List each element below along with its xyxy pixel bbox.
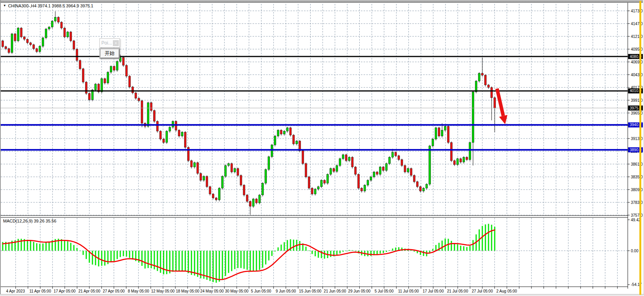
candle — [401, 160, 403, 166]
chart-canvas: 4173.04147.04121.04095.04069.04043.04017… — [0, 0, 644, 296]
candle — [392, 152, 394, 157]
candle — [435, 128, 437, 139]
candle — [73, 41, 75, 49]
svg-text:5 Jun 05:00: 5 Jun 05:00 — [251, 289, 272, 293]
svg-text:15 Jun 05:00: 15 Jun 05:00 — [299, 289, 321, 293]
candle — [352, 157, 354, 167]
candle — [438, 128, 440, 136]
candle — [287, 128, 289, 131]
candle — [123, 58, 125, 65]
svg-text:11 Jul 05:00: 11 Jul 05:00 — [398, 289, 419, 293]
candle — [219, 188, 220, 200]
svg-text:29 Jun 05:00: 29 Jun 05:00 — [348, 289, 371, 293]
candle — [256, 199, 258, 203]
candle — [358, 175, 360, 188]
candle — [45, 29, 47, 38]
candle — [135, 93, 137, 98]
candle — [485, 75, 487, 85]
svg-text:17 Apr 05:00: 17 Apr 05:00 — [54, 289, 76, 293]
candle — [42, 38, 44, 46]
candle — [67, 32, 69, 37]
candle — [107, 72, 109, 83]
candle — [243, 185, 245, 195]
candle — [290, 128, 292, 135]
candle — [336, 166, 338, 171]
candle — [274, 136, 276, 145]
candle — [215, 198, 217, 200]
candle — [166, 131, 168, 142]
candle — [308, 177, 310, 188]
candle — [147, 103, 149, 126]
candle — [237, 168, 239, 175]
date-axis: 4 Apr 202311 Apr 05:0017 Apr 05:0021 Apr… — [6, 289, 517, 293]
svg-text:24 May 05:00: 24 May 05:00 — [200, 289, 224, 293]
candle — [249, 201, 251, 206]
expert-popup: Poi... x 开始 — [99, 38, 120, 59]
svg-text:5 Jul 05:00: 5 Jul 05:00 — [375, 289, 394, 293]
candle — [79, 60, 81, 69]
candle — [48, 27, 50, 29]
candle — [194, 163, 196, 167]
candle — [33, 45, 35, 49]
candle — [175, 121, 177, 130]
candle — [150, 103, 152, 110]
candle — [30, 43, 32, 45]
svg-text:11 Apr 05:00: 11 Apr 05:00 — [29, 289, 51, 293]
candle — [389, 157, 391, 164]
svg-text:27 Apr 05:00: 27 Apr 05:00 — [103, 289, 125, 293]
svg-text:21 Jul 05:00: 21 Jul 05:00 — [447, 289, 468, 293]
candle — [20, 28, 22, 37]
candle — [160, 131, 162, 139]
svg-text:17 Jul 05:00: 17 Jul 05:00 — [423, 289, 444, 293]
candle — [126, 65, 128, 76]
candle — [339, 159, 341, 166]
candle — [327, 175, 329, 183]
candle — [36, 49, 38, 52]
candle — [457, 159, 459, 164]
candle — [104, 79, 106, 83]
candle — [429, 146, 431, 184]
candle — [259, 195, 261, 203]
svg-text:0.00: 0.00 — [631, 249, 639, 253]
candle — [200, 173, 202, 180]
candle — [466, 157, 468, 159]
candle — [376, 172, 378, 174]
candle — [321, 180, 323, 187]
candle — [417, 182, 419, 187]
start-button[interactable]: 开始 — [101, 49, 119, 58]
popup-titlebar[interactable]: Poi... x — [99, 38, 120, 48]
candle — [311, 188, 313, 194]
svg-text:30 May 05:00: 30 May 05:00 — [225, 289, 249, 293]
candle — [444, 126, 446, 130]
candle — [206, 176, 208, 187]
candle — [129, 76, 131, 87]
candle — [420, 186, 422, 191]
candle — [234, 168, 236, 172]
candle — [463, 157, 465, 162]
candle — [228, 164, 230, 166]
candle — [2, 41, 4, 46]
candle — [89, 93, 91, 100]
candle — [314, 189, 316, 194]
candle — [367, 180, 369, 185]
candle — [197, 163, 199, 173]
candle — [454, 161, 456, 164]
window-bottom-frame — [0, 294, 644, 296]
candle — [154, 111, 155, 121]
candle — [101, 79, 103, 92]
candle — [383, 167, 384, 171]
candle — [246, 195, 248, 202]
candle — [14, 34, 16, 41]
candle — [240, 175, 242, 185]
popup-title: Poi... — [101, 40, 112, 46]
candle — [169, 127, 171, 131]
candle — [472, 92, 474, 142]
candle — [491, 87, 493, 98]
close-icon[interactable]: x — [113, 40, 119, 46]
candle — [271, 145, 273, 157]
collapse-arrow-icon[interactable]: ▼ — [3, 4, 6, 7]
candle — [277, 130, 279, 136]
svg-text:2 Aug 05:00: 2 Aug 05:00 — [496, 289, 517, 293]
candle — [441, 130, 443, 136]
candle — [448, 126, 449, 142]
